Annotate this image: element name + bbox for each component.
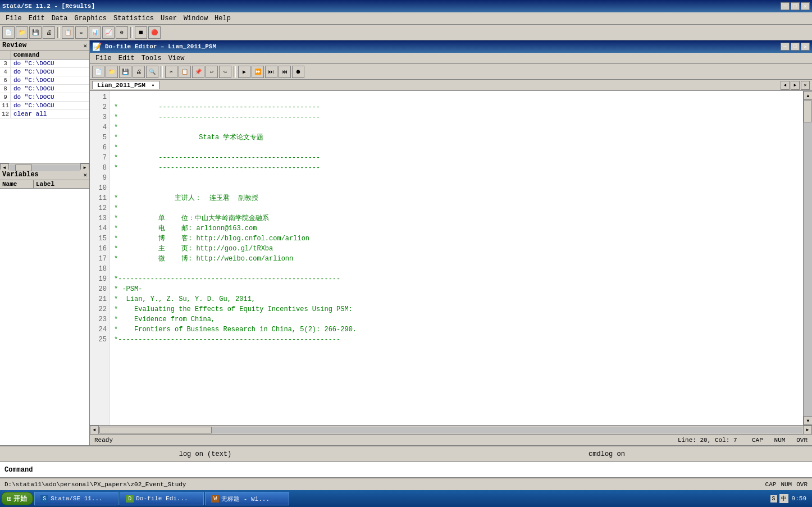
menu-statistics[interactable]: Statistics (110, 13, 157, 24)
log-area: log on (text) cmdlog on (0, 446, 812, 462)
close-button[interactable]: ✕ (801, 2, 810, 10)
editor-title: Do-file Editor – Lian_2011_PSM (105, 43, 216, 50)
editor-hscroll[interactable]: ◄ ► (90, 425, 812, 434)
review-hscroll[interactable]: ◄ ► (0, 163, 89, 172)
editor-tb-run4[interactable]: ⏮ (279, 66, 291, 78)
scroll-thumb[interactable] (15, 165, 32, 171)
menu-bar: File Edit Data Graphics Statistics User … (0, 12, 812, 25)
menu-help[interactable]: Help (211, 13, 234, 24)
cap-indicator: CAP (765, 481, 777, 488)
editor-menu-file[interactable]: File (92, 54, 115, 63)
taskbar-stata[interactable]: S Stata/SE 11... (34, 492, 118, 505)
editor-menu-view[interactable]: View (165, 54, 188, 63)
list-item[interactable]: 9 do "C:\DOCU (0, 93, 89, 102)
editor-hscroll-thumb[interactable] (99, 427, 212, 433)
toolbar-new[interactable]: 📄 (2, 26, 15, 39)
editor-close[interactable]: ✕ (801, 43, 810, 51)
editor-tb-undo[interactable]: ↩ (206, 66, 218, 78)
menu-graphics[interactable]: Graphics (71, 13, 110, 24)
scroll-v-track[interactable] (804, 100, 812, 416)
toolbar-btn9[interactable]: ⚙ (116, 26, 128, 39)
list-item[interactable]: 8 do "C:\DOCU (0, 85, 89, 93)
maximize-button[interactable]: □ (791, 2, 800, 10)
taskbar-untitled[interactable]: W 无标题 - Wi... (205, 492, 289, 505)
scroll-down-arrow[interactable]: ▼ (804, 416, 812, 425)
menu-edit[interactable]: Edit (25, 13, 48, 24)
editor-tb-run3[interactable]: ⏭ (265, 66, 277, 78)
editor-tb-run[interactable]: ▶ (238, 66, 250, 78)
line-numbers: 1 2 3 4 5 6 7 8 9 10 11 12 13 14 15 16 1 (90, 91, 110, 425)
toolbar-print[interactable]: 🖨 (43, 26, 55, 39)
taskbar: ⊞ 开始 S Stata/SE 11... D Do-file Edi... W… (0, 490, 812, 507)
menu-user[interactable]: User (157, 13, 180, 24)
list-item[interactable]: 11 do "C:\DOCU (0, 102, 89, 110)
tab-close-all[interactable]: ✕ (801, 81, 810, 90)
main-content: Review ✕ Command 3 do "C:\DOCU 4 do "C:\… (0, 40, 812, 445)
editor-menu-edit[interactable]: Edit (115, 54, 138, 63)
editor-vscroll[interactable]: ▲ ▼ (803, 91, 812, 425)
tab-scroll-right[interactable]: ► (791, 81, 800, 90)
current-path: D:\stata11\ado\personal\PX_papers\z02_Ev… (4, 481, 186, 488)
scroll-v-thumb[interactable] (804, 100, 811, 122)
editor-minimize[interactable]: ─ (781, 43, 790, 51)
menu-data[interactable]: Data (48, 13, 71, 24)
editor-tb-open[interactable]: 📁 (106, 66, 118, 78)
editor-tab-active[interactable]: Lian_2011_PSM ▪ (92, 81, 159, 89)
scroll-up-arrow[interactable]: ▲ (804, 91, 812, 100)
review-row-num: 9 (0, 93, 11, 101)
toolbar-break[interactable]: 🔴 (148, 26, 161, 39)
review-row-num: 3 (0, 60, 11, 67)
editor-maximize[interactable]: □ (791, 43, 800, 51)
toolbar-btn8[interactable]: 📈 (102, 26, 115, 39)
editor-tb-run5[interactable]: ⏺ (292, 66, 304, 78)
menu-file[interactable]: File (2, 13, 25, 24)
editor-tb-find[interactable]: 🔍 (146, 66, 158, 78)
scroll-track[interactable] (10, 165, 80, 171)
tab-scroll-left[interactable]: ◄ (781, 81, 790, 90)
list-item[interactable]: 3 do "C:\DOCU (0, 60, 89, 68)
editor-tb-run2[interactable]: ⏩ (252, 66, 264, 78)
editor-num-indicator: NUM (774, 437, 786, 444)
toolbar-save[interactable]: 💾 (29, 26, 42, 39)
list-item[interactable]: 4 do "C:\DOCU (0, 68, 89, 76)
start-button[interactable]: ⊞ 开始 (1, 492, 33, 505)
variables-close[interactable]: ✕ (83, 171, 87, 179)
editor-tb-print[interactable]: 🖨 (133, 66, 145, 78)
review-row-cmd: do "C:\DOCU (11, 102, 89, 109)
editor-tb-copy[interactable]: 📋 (179, 66, 191, 78)
taskbar-dofile[interactable]: D Do-file Edi... (120, 492, 204, 505)
minimize-button[interactable]: ─ (781, 2, 790, 10)
toolbar-sep1 (57, 27, 60, 38)
editor-scroll-right[interactable]: ► (803, 426, 812, 435)
review-row-num: 11 (0, 102, 11, 109)
review-close[interactable]: ✕ (83, 42, 87, 49)
taskbar-tray: S 中 9:59 (766, 494, 811, 503)
var-name-header: Name (0, 180, 34, 188)
editor-line-info: Line: 20, Col: 7 (678, 437, 737, 444)
menu-window[interactable]: Window (180, 13, 211, 24)
toolbar-stop[interactable]: ⏹ (135, 26, 147, 39)
list-item[interactable]: 12 clear all (0, 110, 89, 118)
editor-tb-redo[interactable]: ↪ (219, 66, 231, 78)
editor-scroll-left[interactable]: ◄ (90, 426, 99, 435)
review-row-cmd: do "C:\DOCU (11, 76, 89, 84)
editor-tb-save[interactable]: 💾 (119, 66, 131, 78)
review-content[interactable]: 3 do "C:\DOCU 4 do "C:\DOCU 6 do "C:\DOC… (0, 60, 89, 163)
variables-content[interactable] (0, 189, 89, 445)
editor-tb-cut[interactable]: ✂ (165, 66, 177, 78)
toolbar-open[interactable]: 📁 (16, 26, 28, 39)
editor-menu-tools[interactable]: Tools (138, 54, 165, 63)
tab-close-icon[interactable]: ▪ (151, 83, 154, 89)
editor-tb-paste[interactable]: 📌 (192, 66, 204, 78)
editor-tb-new[interactable]: 📄 (92, 66, 104, 78)
toolbar-btn6[interactable]: ✏ (75, 26, 88, 39)
toolbar-btn7[interactable]: 📊 (89, 26, 101, 39)
list-item[interactable]: 6 do "C:\DOCU (0, 76, 89, 85)
editor-hscroll-track[interactable] (99, 427, 802, 433)
status-bar: D:\stata11\ado\personal\PX_papers\z02_Ev… (0, 478, 812, 490)
toolbar-btn5[interactable]: 📋 (62, 26, 74, 39)
command-input[interactable] (37, 466, 808, 474)
editor-tab-bar: Lian_2011_PSM ▪ ◄ ► ✕ (90, 80, 812, 91)
code-editor[interactable]: * --------------------------------------… (110, 91, 803, 425)
review-row-cmd: clear all (11, 110, 89, 118)
